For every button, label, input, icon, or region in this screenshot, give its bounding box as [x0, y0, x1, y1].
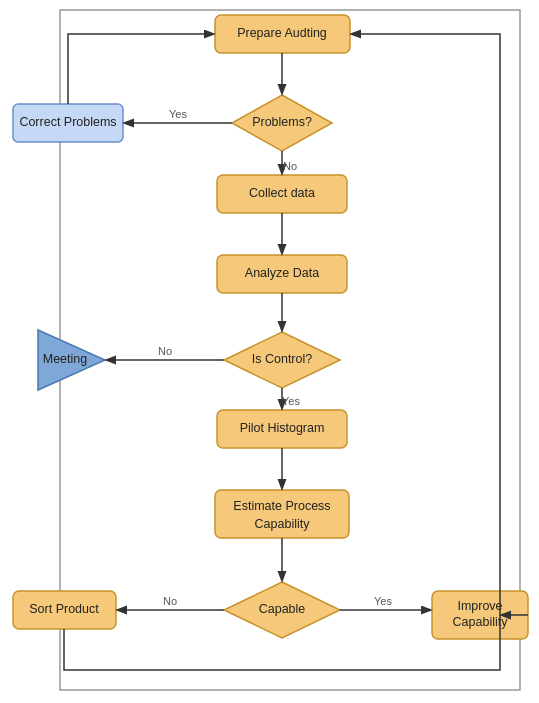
yes-label-3: Yes [374, 595, 392, 607]
improve-capability-label1: Improve [457, 599, 502, 613]
problems-label: Problems? [252, 115, 312, 129]
yes-label-1: Yes [169, 108, 187, 120]
analyze-data-label: Analyze Data [245, 266, 319, 280]
no-label-2: No [158, 345, 172, 357]
flowchart-svg: Prepare Audting Problems? Correct Proble… [0, 0, 539, 703]
is-control-label: Is Control? [252, 352, 312, 366]
collect-data-label: Collect data [249, 186, 315, 200]
capable-label: Capable [259, 602, 306, 616]
diagram-container: Prepare Audting Problems? Correct Proble… [0, 0, 539, 703]
correct-problems-label: Correct Problems [19, 115, 116, 129]
yes-label-2: Yes [282, 395, 300, 407]
sort-product-label: Sort Product [29, 602, 99, 616]
arrow-correct-to-prepare [68, 34, 213, 104]
meeting-label: Meeting [43, 352, 88, 366]
prepare-auditing-label: Prepare Audting [237, 26, 327, 40]
estimate-process-label1: Estimate Process [233, 499, 330, 513]
no-label-1: No [283, 160, 297, 172]
estimate-process-label2: Capability [255, 517, 311, 531]
pilot-histogram-label: Pilot Histogram [240, 421, 325, 435]
no-label-3: No [163, 595, 177, 607]
